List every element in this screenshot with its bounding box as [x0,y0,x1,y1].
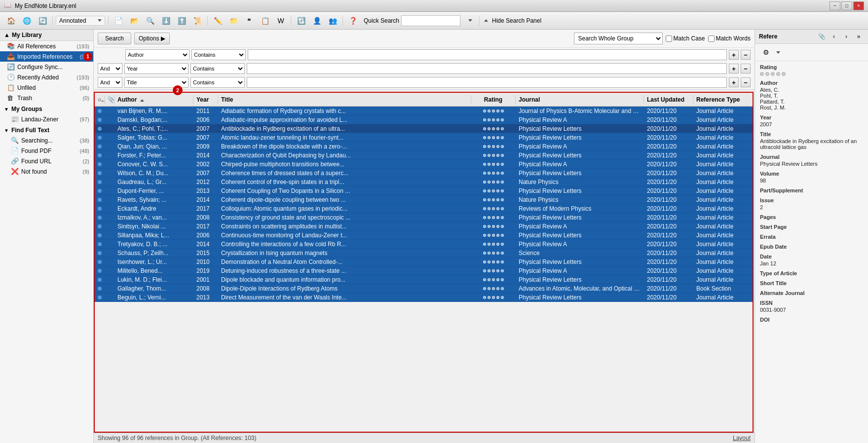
table-row[interactable]: Izmalkov, A.; van... 2008 Consistency of… [95,213,753,222]
copy-icon-btn[interactable]: 📋 [258,14,272,27]
search-logic-3[interactable]: And [98,77,122,88]
rating-dot-5[interactable] [782,72,786,76]
search-value-2[interactable] [247,63,727,74]
sidebar-item-imported-refs[interactable]: 📥 Imported References (96) 1 [0,51,93,62]
sidebar-item-found-pdf[interactable]: 📄 Found PDF (48) [0,146,93,156]
col-author-header[interactable]: Author [114,95,193,104]
refresh-icon-btn[interactable]: 🔃 [294,14,308,27]
sidebar-item-landau-zener[interactable]: 📰 Landau-Zener (97) [0,114,93,124]
quick-search-input[interactable] [401,15,460,26]
col-title-header[interactable]: Title [218,95,471,104]
col-year-header[interactable]: Year [193,95,218,104]
table-row[interactable]: Lukin, M. D.; Flei... 2001 Dipole blocka… [95,275,753,284]
col-journal-header[interactable]: Journal [516,95,644,104]
sidebar-item-all-references[interactable]: 📚 All References (193) [0,41,93,51]
table-row[interactable]: Gaudreau, L.; Gr... 2012 Coherent contro… [95,178,753,186]
options-button[interactable]: Options ▶ [134,33,170,44]
group-selector[interactable]: Annotated [56,16,105,26]
match-words-checkbox[interactable] [708,36,715,42]
table-row[interactable]: Gallagher, Thom... 2008 Dipole-Dipole In… [95,284,753,293]
table-row[interactable]: Damski, Bogdan;... 2006 Adiabatic-impuls… [95,115,753,124]
rp-back-icon-btn[interactable]: ‹ [829,32,839,41]
search-field-1[interactable]: Author [125,49,189,60]
word-icon-btn[interactable]: W [274,14,288,27]
table-row[interactable]: Sinitsyn, Nikolai ... 2017 Constraints o… [95,222,753,231]
pdf-icon-btn[interactable]: 📜 [190,14,204,27]
search-logic-2[interactable]: And [98,63,122,74]
search-field-2[interactable]: Year [124,63,189,74]
sidebar-item-configure-sync[interactable]: 🔄 Configure Sync... [0,62,93,72]
maximize-button[interactable]: □ [841,1,852,10]
minimize-button[interactable]: − [830,1,840,10]
home-icon-btn[interactable]: 🏠 [4,14,18,27]
group-people-icon-btn[interactable]: 👥 [326,14,340,27]
table-row[interactable]: Qian, Jun; Qian, ... 2009 Breakdown of t… [95,142,753,151]
magnify-icon-btn[interactable]: 🔍 [143,14,157,27]
table-row[interactable]: Isenhower, L.; Ur... 2010 Demonstration … [95,258,753,266]
quote-icon-btn[interactable]: ❝ [242,14,256,27]
search-condition-2[interactable]: Contains [190,63,245,74]
hide-panel-button[interactable]: Hide Search Panel [492,17,541,24]
my-groups-header[interactable]: ▼ My Groups [0,103,93,114]
rp-forward-icon-btn[interactable]: › [841,32,852,41]
table-row[interactable]: Tretyakov, D. B.; ... 2014 Controlling t… [95,240,753,249]
table-row[interactable]: Salger, Tobias; G... 2007 Atomic landau-… [95,133,753,142]
search-condition-1[interactable]: Contains [191,49,246,60]
table-row[interactable]: Sillanpaa, Mika; L... 2006 Continuous-ti… [95,231,753,240]
rating-dot-4[interactable] [776,72,780,76]
find-full-text-header[interactable]: ▼ Find Full Text [0,124,93,135]
rating-dot-1[interactable] [760,72,764,76]
sync-icon-btn[interactable]: 🔄 [36,14,49,27]
sidebar-item-searching[interactable]: 🔍 Searching... (38) [0,135,93,146]
close-button[interactable]: × [853,1,864,10]
table-row[interactable]: Ates, C.; Pohl, T.;... 2007 Antiblockade… [95,124,753,133]
search-value-1[interactable] [248,49,727,60]
people-icon-btn[interactable]: 👤 [310,14,324,27]
gear-icon-btn[interactable]: ⚙ [759,46,773,59]
rating-dot-3[interactable] [771,72,775,76]
search-value-3[interactable] [247,77,727,88]
table-row[interactable]: Conover, C. W. S... 2002 Chirped-pulse m… [95,160,753,169]
table-row[interactable]: Ravets, Sylvain; ... 2014 Coherent dipol… [95,195,753,204]
table-row[interactable]: van Bijnen, R. M.... 2011 Adiabatic form… [95,107,753,115]
collapse-my-library-icon[interactable]: ▲ [4,32,10,38]
search-condition-3[interactable]: Contains [190,77,245,88]
upload-icon-btn[interactable]: ⬆️ [175,14,189,27]
search-scope-select[interactable]: Search Whole Group [574,33,663,44]
edit-icon-btn[interactable]: ✏️ [211,14,225,27]
sidebar-item-not-found[interactable]: ❌ Not found (9) [0,166,93,177]
search-remove-3-button[interactable]: − [741,77,751,87]
col-updated-header[interactable]: Last Updated [644,95,693,104]
folder-icon-btn[interactable]: 📁 [226,14,240,27]
match-case-checkbox[interactable] [666,36,672,42]
table-row[interactable]: Wilson, C. M.; Du... 2007 Coherence time… [95,169,753,178]
rp-expand-icon-btn[interactable]: » [853,32,864,41]
col-rating-header[interactable]: Rating [471,95,516,104]
sidebar-item-recently-added[interactable]: 🕐 Recently Added (193) [0,72,93,82]
search-add-1-button[interactable]: + [729,50,739,60]
table-row[interactable]: Militello, Bened... 2019 Detuning-induce… [95,266,753,275]
rating-dot-2[interactable] [765,72,769,76]
col-reftype-header[interactable]: Reference Type [693,95,753,104]
search-add-2-button[interactable]: + [729,64,739,74]
table-row[interactable]: Beguin, L.; Verni... 2013 Direct Measure… [95,293,753,302]
search-remove-1-button[interactable]: − [741,50,751,60]
search-remove-2-button[interactable]: − [741,64,751,74]
globe-icon-btn[interactable]: 🌐 [20,14,34,27]
sidebar-item-found-url[interactable]: 🔗 Found URL (2) [0,156,93,166]
col-attach-header[interactable]: 📎 [105,95,114,104]
table-row[interactable]: Schauss, P; Zeilh... 2015 Crystallizatio… [95,249,753,258]
search-button[interactable]: Search [98,33,131,44]
help-icon-btn[interactable]: ❓ [346,14,360,27]
quick-search-dropdown-btn[interactable] [462,14,476,27]
references-tab-label[interactable]: Refere [759,33,777,40]
table-row[interactable]: Forster, F.; Peter... 2014 Characterizat… [95,151,753,160]
search-add-3-button[interactable]: + [729,77,739,87]
table-row[interactable]: Dupont-Ferrier, ... 2013 Coherent Coupli… [95,186,753,195]
table-row[interactable]: Eckardt, Andre 2017 Colloquium: Atomic q… [95,204,753,213]
new-ref-icon-btn[interactable]: 📄 [112,14,125,27]
sidebar-item-trash[interactable]: 🗑 Trash (0) [0,93,93,103]
layout-button[interactable]: Layout [733,435,751,442]
rp-attach-icon-btn[interactable]: 📎 [816,32,827,41]
download-icon-btn[interactable]: ⬇️ [159,14,173,27]
